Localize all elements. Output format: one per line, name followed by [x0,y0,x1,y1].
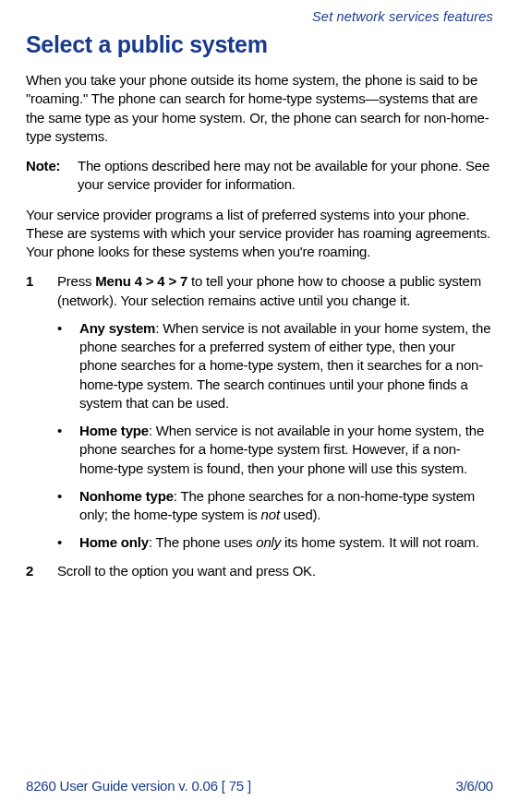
bullet-home-type: • Home type: When service is not availab… [57,422,493,478]
bullet-italic: not [261,507,280,522]
bullet-text: Home type: When service is not available… [79,422,493,478]
note-text: The options described here may not be av… [78,157,493,195]
bullet-nonhome-type: • Nonhome type: The phone searches for a… [57,487,493,525]
step-text: Press Menu 4 > 4 > 7 to tell your phone … [57,272,493,310]
provider-paragraph: Your service provider programs a list of… [26,206,493,262]
bullet-label: Home only [79,534,149,550]
step-number: 1 [26,272,57,310]
bullet-marker-icon: • [57,487,79,525]
bullet-label: Home type [79,423,149,438]
bullet-text: Home only: The phone uses only its home … [79,533,493,552]
bullet-marker-icon: • [57,533,79,552]
step-1: 1 Press Menu 4 > 4 > 7 to tell your phon… [26,272,493,310]
step-2: 2 Scroll to the option you want and pres… [26,562,493,580]
step-number: 2 [26,562,57,580]
bullet-italic: only [256,534,281,550]
bullet-label: Nonhome type [79,488,174,504]
footer-left: 8260 User Guide version v. 0.06 [ 75 ] [26,778,251,794]
intro-paragraph: When you take your phone outside its hom… [26,71,493,146]
bullet-marker-icon: • [57,319,79,412]
step-text: Scroll to the option you want and press … [57,562,493,580]
page-title: Select a public system [26,31,493,58]
bullet-text: Nonhome type: The phone searches for a n… [79,487,493,525]
bullet-marker-icon: • [57,422,79,478]
step-pre: Press [57,273,95,289]
header-category: Set network services features [26,9,493,24]
footer-right: 3/6/00 [455,778,493,794]
bullet-label: Any system [79,320,155,336]
bullet-any-system: • Any system: When service is not availa… [57,319,493,412]
bullet-text: Any system: When service is not availabl… [79,319,493,412]
bullet-pre: : The phone uses [149,534,256,550]
step-bold: Menu 4 > 4 > 7 [95,273,187,289]
bullet-home-only: • Home only: The phone uses only its hom… [57,533,493,552]
bullet-post: its home system. It will not roam. [281,534,479,550]
page-footer: 8260 User Guide version v. 0.06 [ 75 ] 3… [26,778,493,794]
note-label: Note: [26,157,78,195]
bullet-post: used). [280,507,320,522]
note-block: Note: The options described here may not… [26,157,493,195]
